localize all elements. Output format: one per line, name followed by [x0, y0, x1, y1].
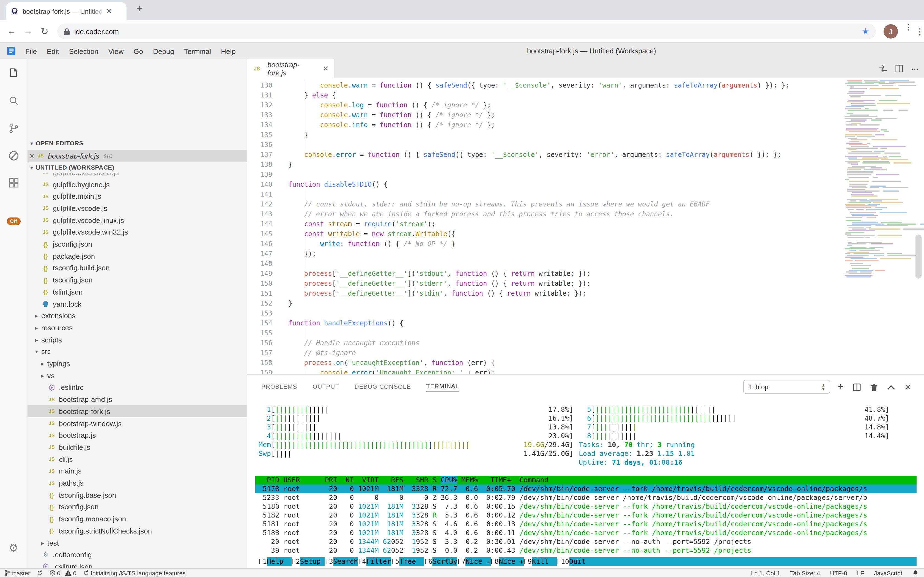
panel-tab-terminal[interactable]: TERMINAL: [426, 382, 459, 392]
menu-debug[interactable]: Debug: [148, 47, 179, 55]
tree-file-gulpfile.vscode.js[interactable]: JSgulpfile.vscode.js: [27, 202, 247, 214]
tree-file-gulpfile.mixin.js[interactable]: JSgulpfile.mixin.js: [27, 190, 247, 202]
tree-file-.eslintrc.json[interactable]: .eslintrc.json: [27, 561, 247, 568]
tree-file-package.json[interactable]: {}package.json: [27, 250, 247, 262]
close-panel-icon[interactable]: ✕: [905, 383, 911, 392]
source-control-icon[interactable]: [7, 122, 20, 135]
explorer-icon[interactable]: [7, 67, 20, 80]
eol-indicator[interactable]: LF: [857, 570, 864, 576]
bookmark-star-icon[interactable]: ★: [862, 26, 869, 36]
extensions-icon[interactable]: [7, 177, 20, 190]
debug-disabled-icon[interactable]: [7, 150, 20, 162]
encoding-indicator[interactable]: UTF-8: [830, 570, 847, 576]
menu-go[interactable]: Go: [129, 47, 148, 55]
sync-item[interactable]: [37, 570, 43, 576]
json-file-icon: {}: [47, 504, 56, 510]
panel-tab-debug-console[interactable]: DEBUG CONSOLE: [355, 383, 411, 391]
tree-file-bootstrap-fork.js[interactable]: JSbootstrap-fork.js: [27, 406, 247, 417]
tree-folder-scripts[interactable]: ▸scripts: [27, 334, 247, 346]
tree-folder-vs[interactable]: ▸vs: [27, 369, 247, 382]
notifications-bell-icon[interactable]: [912, 570, 919, 576]
kebab-menu-icon[interactable]: ⋮: [916, 26, 924, 37]
explorer-title-row[interactable]: [27, 64, 247, 77]
tree-folder-extensions[interactable]: ▸extensions: [27, 310, 247, 322]
tree-folder-test[interactable]: ▸test: [27, 537, 247, 549]
tree-folder-src[interactable]: ▾src: [27, 346, 247, 358]
tree-file-tsconfig.build.json[interactable]: {}tsconfig.build.json: [27, 262, 247, 274]
back-icon[interactable]: ←: [3, 26, 20, 37]
tree-file-tslint.json[interactable]: {}tslint.json: [27, 286, 247, 298]
git-branch-item[interactable]: master: [5, 570, 30, 576]
tree-file-bootstrap-window.js[interactable]: JSbootstrap-window.js: [27, 417, 247, 429]
tree-file-yarn.lock[interactable]: yarn.lock: [27, 298, 247, 310]
tree-file-.editorconfig[interactable]: ⚙.editorconfig: [27, 549, 247, 561]
menu-terminal[interactable]: Terminal: [179, 47, 216, 55]
avatar[interactable]: J: [884, 24, 898, 39]
htop-selected-row[interactable]: 5178 root 20 0 1021M 181M 3328 R 72.7 0.…: [255, 485, 917, 493]
tree-folder-typings[interactable]: ▸typings: [27, 358, 247, 370]
more-actions-icon[interactable]: ⋯: [911, 64, 919, 73]
minimap[interactable]: [844, 78, 912, 374]
settings-gear-icon[interactable]: ⚙: [8, 541, 18, 554]
open-editor-item[interactable]: ✕JSbootstrap-fork.jssrc: [27, 150, 247, 162]
split-editor-icon[interactable]: [895, 64, 903, 73]
browser-tab[interactable]: bootstrap-fork.js — Untitled (W ✕: [6, 2, 127, 20]
forward-icon[interactable]: →: [20, 26, 36, 37]
terminal-select[interactable]: 1: htop ▲▼: [743, 380, 830, 394]
tree-file-jsconfig.json[interactable]: {}jsconfig.json: [27, 238, 247, 250]
tree-file-gulpfile.vscode.win32.js[interactable]: JSgulpfile.vscode.win32.js: [27, 226, 247, 239]
menu-edit[interactable]: Edit: [42, 47, 64, 55]
js-file-icon: JS: [252, 66, 261, 71]
terminal[interactable]: 1[||||||||||||| 17.8%] 2[||||||||||| 16.…: [247, 399, 924, 568]
line-number: 157: [247, 348, 272, 358]
new-tab-button[interactable]: +: [137, 3, 142, 15]
section-open-editors[interactable]: ▾OPEN EDITORS: [27, 137, 247, 149]
panel-tab-problems[interactable]: PROBLEMS: [261, 383, 297, 391]
tree-file-bootstrap-amd.js[interactable]: JSbootstrap-amd.js: [27, 393, 247, 406]
editor-scrollbar[interactable]: [916, 235, 922, 279]
code-editor[interactable]: 130console.warn = function () { safeSend…: [247, 78, 844, 374]
editor-tab-close-icon[interactable]: ✕: [323, 65, 328, 73]
split-terminal-icon[interactable]: [853, 383, 861, 391]
kill-terminal-icon[interactable]: [870, 383, 878, 391]
search-icon[interactable]: [7, 94, 20, 107]
tree-file-tsconfig.json[interactable]: {}tsconfig.json: [27, 501, 247, 513]
tree-file-gulpfile.hygiene.js[interactable]: JSgulpfile.hygiene.js: [27, 178, 247, 190]
close-editor-icon[interactable]: ✕: [27, 152, 36, 160]
tree-file-paths.js[interactable]: JSpaths.js: [27, 477, 247, 489]
tab-close-icon[interactable]: ✕: [106, 7, 112, 15]
panel-tab-output[interactable]: OUTPUT: [312, 383, 339, 391]
reload-icon[interactable]: ↻: [36, 26, 53, 37]
tree-file-buildfile.js[interactable]: JSbuildfile.js: [27, 441, 247, 453]
open-changes-icon[interactable]: [879, 64, 887, 73]
line-number: 151: [247, 288, 272, 298]
problems-item[interactable]: 0 0: [49, 570, 77, 576]
menu-view[interactable]: View: [103, 47, 129, 55]
new-terminal-icon[interactable]: +: [838, 382, 844, 393]
tree-file-tsconfig.json[interactable]: {}tsconfig.json: [27, 274, 247, 286]
menu-file[interactable]: File: [20, 47, 42, 55]
tree-file-.eslintrc[interactable]: .eslintrc: [27, 382, 247, 394]
line-col-indicator[interactable]: Ln 1, Col 1: [751, 570, 780, 576]
menu-help[interactable]: Help: [216, 47, 241, 55]
maximize-panel-icon[interactable]: [887, 385, 895, 390]
tab-size-indicator[interactable]: Tab Size: 4: [790, 570, 820, 576]
off-badge[interactable]: Off: [6, 215, 20, 225]
tree-file-tsconfig.base.json[interactable]: {}tsconfig.base.json: [27, 489, 247, 501]
address-bar[interactable]: ide.coder.com ★: [57, 24, 876, 39]
htop-function-key-bar[interactable]: F1Help F2Setup F3SearchF4FilterF5Tree F6…: [255, 557, 917, 566]
tree-file-bootstrap.js[interactable]: JSbootstrap.js: [27, 429, 247, 441]
tree-file-main.js[interactable]: JSmain.js: [27, 465, 247, 477]
browser-menu-icon[interactable]: ⋮: [905, 22, 913, 41]
code-line-144: 144const stream = require('stream');: [247, 219, 844, 229]
tree-file-tsconfig.strictNullChecks.json[interactable]: {}tsconfig.strictNullChecks.json: [27, 525, 247, 537]
tree-file-gulpfile.vscode.linux.js[interactable]: JSgulpfile.vscode.linux.js: [27, 214, 247, 226]
tree-file-cli.js[interactable]: JScli.js: [27, 453, 247, 465]
tree-file-tsconfig.monaco.json[interactable]: {}tsconfig.monaco.json: [27, 513, 247, 525]
language-indicator[interactable]: JavaScript: [874, 570, 902, 576]
menu-selection[interactable]: Selection: [64, 47, 103, 55]
tree-folder-resources[interactable]: ▸resources: [27, 322, 247, 334]
line-number: 130: [247, 81, 272, 90]
editor-tab[interactable]: JS bootstrap-fork.js ✕: [247, 59, 334, 78]
section-workspace[interactable]: ▾UNTITLED (WORKSPACE): [27, 161, 247, 173]
